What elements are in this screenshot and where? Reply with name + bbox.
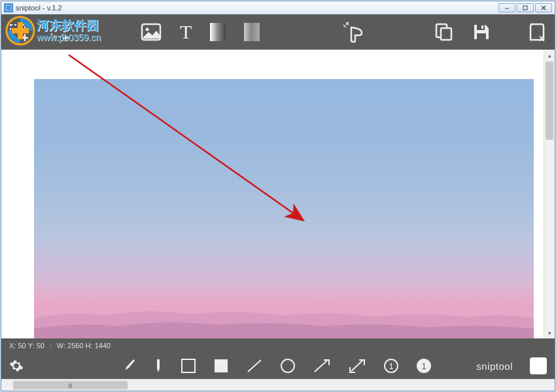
svg-rect-5: [10, 25, 25, 37]
svg-rect-13: [441, 28, 451, 40]
number-outline-tool-icon[interactable]: 1: [383, 358, 399, 374]
status-x-value: 50: [18, 342, 26, 350]
rect-select-tool-icon[interactable]: [9, 22, 30, 42]
maximize-button[interactable]: [517, 3, 534, 12]
status-y-value: 50: [37, 342, 44, 350]
canvas-area: ▴ ▾: [1, 50, 555, 338]
copy-icon[interactable]: [434, 22, 454, 42]
vertical-scrollbar[interactable]: ▴ ▾: [544, 50, 555, 338]
circle-tool-icon[interactable]: [280, 358, 296, 374]
double-arrow-tool-icon[interactable]: [348, 358, 366, 374]
svg-line-21: [248, 360, 261, 372]
brush-tool-icon[interactable]: [123, 358, 136, 374]
status-y-label: Y:: [28, 342, 35, 350]
window-controls: [498, 3, 552, 12]
horizontal-scrollbar[interactable]: |||: [1, 379, 555, 391]
captured-image[interactable]: [34, 79, 534, 338]
status-separator: |: [50, 342, 52, 350]
scroll-down-button[interactable]: ▾: [544, 327, 555, 338]
window-title: sniptool - v.1.2: [16, 4, 62, 12]
clear-icon[interactable]: x: [527, 22, 547, 42]
free-select-tool-icon[interactable]: [48, 22, 71, 42]
minimize-button[interactable]: [498, 3, 515, 12]
status-h-value: 1440: [95, 342, 111, 350]
titlebar[interactable]: sniptool - v.1.2: [1, 1, 555, 14]
app-window: sniptool - v.1.2 T: [1, 1, 555, 391]
bottom-toolbar: 1 1 sniptool: [1, 353, 555, 379]
rect-outline-tool-icon[interactable]: [181, 358, 196, 374]
arrow-tool-icon[interactable]: [313, 358, 331, 374]
highlighter-tool-icon[interactable]: [153, 358, 164, 374]
pointer-tool-icon[interactable]: [341, 21, 364, 43]
svg-line-24: [351, 361, 362, 371]
svg-point-22: [281, 359, 294, 372]
status-bar: X: 50 Y: 50 | W: 2560 H: 1440: [1, 338, 555, 353]
pixelate-tool-icon[interactable]: [210, 23, 226, 41]
svg-rect-2: [523, 6, 527, 10]
status-x-label: X:: [9, 342, 16, 350]
status-w-label: W:: [57, 342, 65, 350]
svg-rect-16: [481, 25, 483, 29]
settings-icon[interactable]: [9, 359, 24, 373]
blur-tool-icon[interactable]: [244, 23, 260, 41]
svg-rect-19: [182, 359, 195, 372]
svg-rect-0: [6, 5, 11, 10]
line-tool-icon[interactable]: [246, 358, 263, 374]
scroll-up-button[interactable]: ▴: [544, 50, 555, 61]
svg-point-11: [146, 28, 149, 31]
app-icon: [4, 3, 13, 12]
close-button[interactable]: [535, 3, 552, 12]
status-w-value: 2560: [67, 342, 83, 350]
rect-fill-tool-icon[interactable]: [213, 358, 229, 374]
svg-text:1: 1: [389, 361, 393, 371]
svg-rect-14: [477, 25, 485, 30]
svg-rect-20: [215, 359, 228, 372]
brand-label: sniptool: [476, 361, 513, 372]
color-swatch[interactable]: [530, 357, 547, 374]
vertical-scroll-thumb[interactable]: [546, 61, 553, 140]
save-icon[interactable]: [472, 23, 491, 41]
svg-text:1: 1: [421, 361, 426, 371]
text-tool-icon[interactable]: T: [180, 21, 192, 43]
svg-text:x: x: [539, 33, 544, 42]
canvas[interactable]: [1, 50, 544, 338]
svg-line-23: [315, 361, 327, 372]
top-toolbar: T x: [1, 14, 555, 50]
number-fill-tool-icon[interactable]: 1: [416, 358, 432, 374]
svg-rect-15: [477, 33, 486, 39]
status-h-label: H:: [86, 342, 93, 350]
image-tool-icon[interactable]: [141, 23, 162, 41]
horizontal-scroll-thumb[interactable]: |||: [13, 381, 128, 389]
